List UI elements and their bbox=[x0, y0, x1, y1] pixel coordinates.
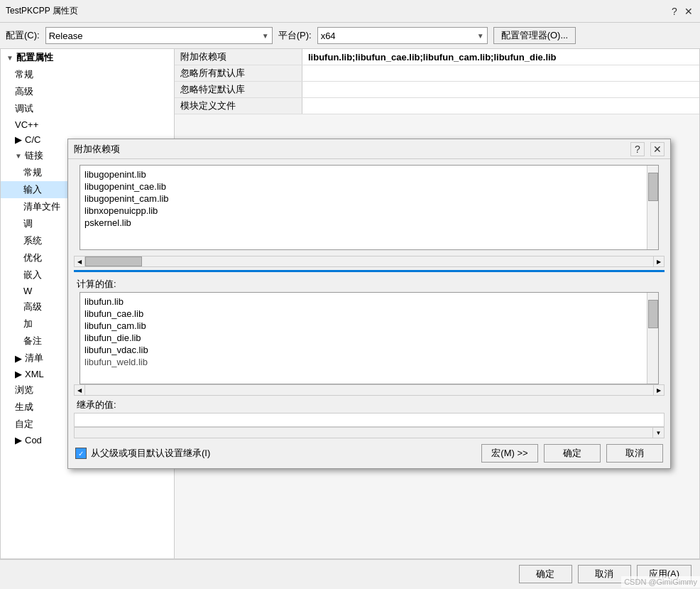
inherited-label: 继承的值: bbox=[68, 396, 670, 413]
bottom-bar: 确定 取消 应用(A) bbox=[0, 559, 700, 588]
dep-edit-item: libugopenint.lib bbox=[83, 168, 645, 180]
dep-cancel-button[interactable]: 取消 bbox=[606, 444, 663, 463]
macro-button[interactable]: 宏(M) >> bbox=[481, 444, 538, 463]
ok-button[interactable]: 确定 bbox=[519, 565, 572, 583]
tree-item-label: 备注 bbox=[23, 335, 42, 347]
help-button[interactable]: ? bbox=[669, 6, 680, 17]
dep-dialog-bottom: ✓ 从父级或项目默认设置继承(I) 宏(M) >> 确定 取消 bbox=[68, 438, 670, 468]
tree-item-label: 自定 bbox=[15, 418, 33, 431]
dep-edit-item: pskernel.lib bbox=[83, 217, 645, 229]
dep-edit-area[interactable]: libugopenint.lib libugopenint_cae.lib li… bbox=[80, 165, 659, 250]
close-button[interactable]: ✕ bbox=[683, 6, 694, 17]
dep-edit-vscroll-thumb bbox=[648, 173, 658, 201]
tree-item-label: 浏览 bbox=[15, 384, 33, 396]
inherit-checkbox-text: 从父级或项目默认设置继承(I) bbox=[91, 447, 210, 460]
main-title-bar: TestPKCPP 属性页 ? ✕ bbox=[0, 0, 700, 23]
tree-item-general[interactable]: 常规 bbox=[1, 66, 174, 83]
dep-edit-vscroll[interactable] bbox=[647, 166, 658, 249]
inherit-checkbox[interactable]: ✓ bbox=[75, 448, 87, 459]
tree-item-label: 清单文件 bbox=[23, 200, 60, 213]
dep-separator bbox=[74, 270, 665, 272]
dep-ok-button[interactable]: 确定 bbox=[544, 444, 601, 463]
computed-item: libufun.lib bbox=[83, 296, 645, 308]
computed-hscroll-left[interactable]: ◀ bbox=[74, 384, 85, 396]
tree-item-label: 加 bbox=[23, 318, 33, 330]
prop-key: 忽略所有默认库 bbox=[175, 65, 302, 81]
platform-value: x64 bbox=[321, 31, 484, 41]
dep-edit-item: libugopenint_cae.lib bbox=[83, 180, 645, 193]
computed-vscroll[interactable] bbox=[647, 293, 658, 384]
prop-value bbox=[302, 65, 699, 81]
inherited-vscroll: ▼ bbox=[74, 427, 665, 438]
prop-row-ignore-all: 忽略所有默认库 bbox=[175, 65, 699, 82]
hscroll-right-btn[interactable]: ▶ bbox=[653, 256, 665, 267]
computed-item: libufun_weld.lib bbox=[83, 356, 645, 368]
config-label: 配置(C): bbox=[6, 29, 40, 42]
computed-hscroll[interactable]: ◀ ▶ bbox=[74, 384, 665, 396]
platform-label: 平台(P): bbox=[278, 29, 312, 42]
tree-item-label: 常规 bbox=[23, 166, 42, 179]
dep-edit-item: libugopenint_cam.lib bbox=[83, 193, 645, 205]
platform-dropdown[interactable]: x64 ▼ bbox=[317, 27, 488, 44]
config-manager-button[interactable]: 配置管理器(O)... bbox=[493, 27, 576, 44]
prop-row-ignore-specific: 忽略特定默认库 bbox=[175, 82, 699, 98]
dep-edit-item: libnxopenuicpp.lib bbox=[83, 205, 645, 217]
prop-value bbox=[302, 98, 699, 114]
prop-table: 附加依赖项 libufun.lib;libufun_cae.lib;libufu… bbox=[175, 49, 699, 114]
inherited-area bbox=[74, 413, 665, 427]
computed-item: libufun_cam.lib bbox=[83, 320, 645, 332]
inherit-checkbox-label[interactable]: ✓ 从父级或项目默认设置继承(I) bbox=[75, 447, 210, 460]
computed-item: libufun_die.lib bbox=[83, 332, 645, 344]
main-dialog-title: TestPKCPP 属性页 bbox=[6, 5, 669, 17]
config-value: Release bbox=[49, 31, 269, 41]
prop-key: 附加依赖项 bbox=[175, 49, 302, 65]
dep-title-bar: 附加依赖项 ? ✕ bbox=[68, 139, 670, 159]
link-arrow-icon: ▼ bbox=[15, 152, 22, 160]
tree-item-config-props[interactable]: ▼ 配置属性 bbox=[1, 49, 174, 66]
computed-area: libufun.lib libufun_cae.lib libufun_cam.… bbox=[80, 292, 659, 384]
tree-item-label: 高级 bbox=[23, 301, 42, 313]
expand-arrow-icon: ▶ bbox=[15, 134, 22, 145]
main-dialog: TestPKCPP 属性页 ? ✕ 配置(C): Release ▼ 平台(P)… bbox=[0, 0, 700, 589]
tree-item-advanced[interactable]: 高级 bbox=[1, 83, 174, 100]
dep-help-button[interactable]: ? bbox=[630, 142, 645, 156]
tree-item-debug[interactable]: 调试 bbox=[1, 100, 174, 117]
config-arrow-icon: ▼ bbox=[262, 32, 269, 40]
dep-close-button[interactable]: ✕ bbox=[650, 142, 665, 156]
dep-dialog: 附加依赖项 ? ✕ libugopenint.lib libugopenint_… bbox=[67, 139, 671, 469]
tree-item-label: C/C bbox=[25, 134, 40, 145]
dep-edit-hscroll[interactable]: ◀ ▶ bbox=[74, 256, 665, 267]
computed-label: 计算的值: bbox=[68, 275, 670, 292]
computed-hscroll-right[interactable]: ▶ bbox=[653, 384, 665, 396]
tree-item-label: 调试 bbox=[15, 102, 33, 115]
platform-arrow-icon: ▼ bbox=[477, 32, 484, 40]
config-dropdown[interactable]: Release ▼ bbox=[45, 27, 273, 44]
title-controls: ? ✕ bbox=[669, 6, 694, 17]
tree-item-label: Cod bbox=[25, 435, 42, 445]
hscroll-left-btn[interactable]: ◀ bbox=[74, 256, 85, 267]
tree-item-label: 调 bbox=[23, 217, 33, 230]
dep-bottom-buttons: 宏(M) >> 确定 取消 bbox=[481, 444, 663, 463]
expand-arrow-icon: ▶ bbox=[15, 369, 22, 379]
expand-arrow-icon: ▶ bbox=[15, 353, 22, 364]
tree-item-label: 链接 bbox=[25, 149, 43, 162]
tree-item-label: 输入 bbox=[23, 183, 42, 196]
prop-value: libufun.lib;libufun_cae.lib;libufun_cam.… bbox=[302, 49, 699, 65]
prop-key: 忽略特定默认库 bbox=[175, 82, 302, 97]
tree-item-label: 清单 bbox=[25, 352, 43, 364]
prop-key: 模块定义文件 bbox=[175, 98, 302, 114]
tree-item-label: 配置属性 bbox=[16, 51, 53, 64]
prop-value bbox=[302, 82, 699, 97]
tree-item-label: 优化 bbox=[23, 252, 42, 264]
tree-item-vc[interactable]: VC++ bbox=[1, 117, 174, 132]
dep-title-controls: ? ✕ bbox=[630, 142, 665, 156]
computed-vscroll-thumb bbox=[648, 300, 658, 328]
tree-item-label: VC++ bbox=[15, 119, 38, 130]
computed-item: libufun_vdac.lib bbox=[83, 344, 645, 356]
watermark: CSDN @GimiGimmy bbox=[621, 576, 700, 588]
tree-item-label: 嵌入 bbox=[23, 269, 42, 281]
tree-item-label: XML bbox=[25, 369, 44, 379]
toolbar: 配置(C): Release ▼ 平台(P): x64 ▼ 配置管理器(O)..… bbox=[0, 23, 700, 48]
expand-arrow-icon: ▶ bbox=[15, 435, 22, 445]
tree-item-label: 系统 bbox=[23, 234, 42, 247]
